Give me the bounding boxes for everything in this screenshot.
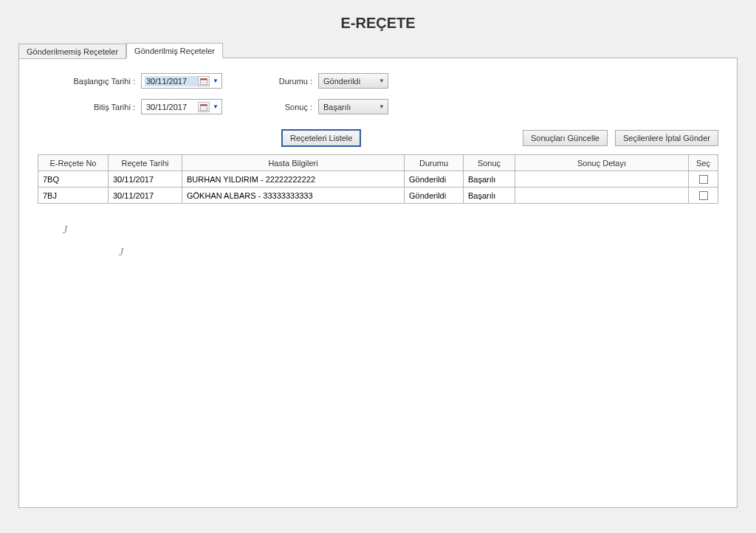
cell-patient: GÖKHAN ALBARS - 33333333333 <box>182 188 405 204</box>
filter-row-end: Bitiş Tarihi : 30/11/2017 ▼ Sonuç : Başa… <box>38 99 718 114</box>
start-date-label: Başlangıç Tarihi : <box>38 77 141 86</box>
svg-rect-6 <box>201 104 207 106</box>
col-header-result[interactable]: Sonuç <box>464 155 515 171</box>
cell-date: 30/11/2017 <box>109 188 182 204</box>
row-checkbox[interactable] <box>699 191 708 200</box>
action-row: Reçeteleri Listele Sonuçları Güncelle Se… <box>38 129 718 147</box>
status-label: Durumu : <box>222 77 318 86</box>
cell-no: 7BJ <box>38 188 109 204</box>
prescriptions-table: E-Reçete No Reçete Tarihi Hasta Bilgiler… <box>38 154 718 204</box>
col-header-select[interactable]: Seç <box>689 155 718 171</box>
result-combo[interactable]: Başarılı ▼ <box>318 99 388 114</box>
col-header-no[interactable]: E-Reçete No <box>38 155 109 171</box>
cell-select <box>689 188 718 204</box>
tabs-container: Gönderilmemiş Reçeteler Gönderilmiş Reçe… <box>18 43 738 508</box>
result-value: Başarılı <box>323 103 351 111</box>
end-date-label: Bitiş Tarihi : <box>38 103 141 111</box>
cell-result: Başarılı <box>464 188 515 204</box>
calendar-icon <box>198 102 210 112</box>
status-combo[interactable]: Gönderildi ▼ <box>318 73 388 89</box>
svg-rect-1 <box>201 78 207 80</box>
cell-status: Gönderildi <box>405 188 464 204</box>
cell-select <box>689 171 718 188</box>
status-chevron-down-icon: ▼ <box>379 78 385 84</box>
result-chevron-down-icon: ▼ <box>379 103 385 110</box>
tab-panel-sent: Başlangıç Tarihi : 30/11/2017 ▼ Durumu :… <box>18 58 738 508</box>
start-date-value: 30/11/2017 <box>145 76 198 86</box>
start-date-input[interactable]: 30/11/2017 ▼ <box>141 73 222 89</box>
cell-no: 7BQ <box>38 171 109 188</box>
status-value: Gönderildi <box>323 77 360 86</box>
col-header-date[interactable]: Reçete Tarihi <box>109 155 182 171</box>
page-title: E-REÇETE <box>0 0 756 43</box>
filter-row-start: Başlangıç Tarihi : 30/11/2017 ▼ Durumu :… <box>38 73 718 89</box>
tab-unsent[interactable]: Gönderilmemiş Reçeteler <box>18 44 126 59</box>
cell-detail <box>515 188 689 204</box>
calendar-icon <box>198 76 210 86</box>
col-header-status[interactable]: Durumu <box>405 155 464 171</box>
cell-patient: BURHAN YILDIRIM - 22222222222 <box>182 171 405 188</box>
send-cancel-button[interactable]: Seçilenlere İptal Gönder <box>615 130 718 146</box>
result-label: Sonuç : <box>222 103 318 111</box>
cell-result: Başarılı <box>464 171 515 188</box>
tab-sent[interactable]: Gönderilmiş Reçeteler <box>126 43 223 58</box>
row-checkbox[interactable] <box>699 175 708 184</box>
cell-date: 30/11/2017 <box>109 171 182 188</box>
start-date-chevron-down-icon: ▼ <box>211 78 220 84</box>
col-header-detail[interactable]: Sonuç Detayı <box>515 155 689 171</box>
table-row[interactable]: 7BQ30/11/2017BURHAN YILDIRIM - 222222222… <box>38 171 718 188</box>
end-date-input[interactable]: 30/11/2017 ▼ <box>141 99 222 114</box>
update-results-button[interactable]: Sonuçları Güncelle <box>523 130 608 146</box>
table-header-row: E-Reçete No Reçete Tarihi Hasta Bilgiler… <box>38 155 718 171</box>
cell-detail <box>515 171 689 188</box>
table-row[interactable]: 7BJ30/11/2017GÖKHAN ALBARS - 33333333333… <box>38 188 718 204</box>
end-date-value: 30/11/2017 <box>145 102 198 112</box>
cell-status: Gönderildi <box>405 171 464 188</box>
col-header-patient[interactable]: Hasta Bilgileri <box>182 155 405 171</box>
end-date-chevron-down-icon: ▼ <box>211 103 220 110</box>
decorative-carets: J J <box>38 204 718 263</box>
list-prescriptions-button[interactable]: Reçeteleri Listele <box>281 129 361 147</box>
